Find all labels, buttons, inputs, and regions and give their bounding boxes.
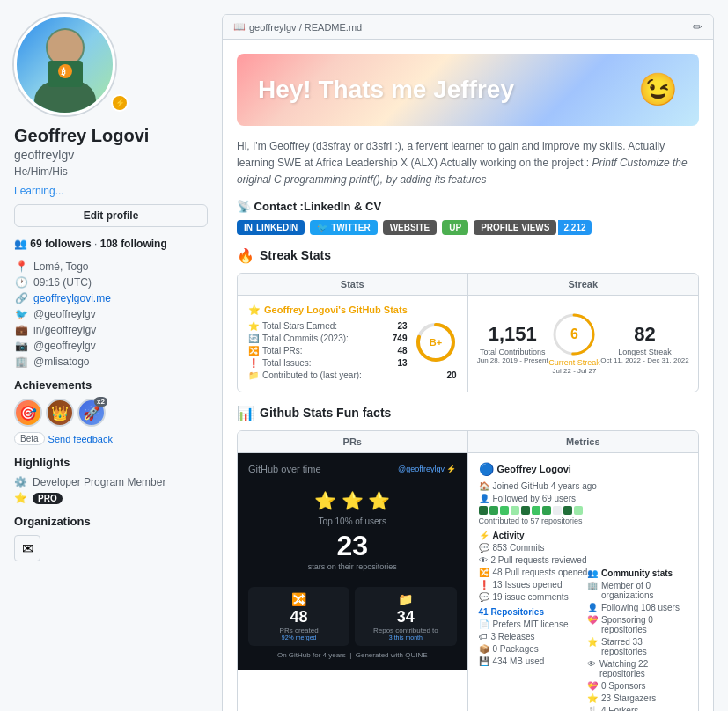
following-link[interactable]: 108 following xyxy=(100,238,167,250)
community-following: 👤 Following 108 users xyxy=(587,603,688,612)
activity-icon: ⚡ xyxy=(479,531,489,540)
breadcrumb: 📖 geoffreylgv / README.md xyxy=(233,21,362,33)
streak-right: 1,151 Total Contributions Jun 28, 2019 -… xyxy=(468,296,699,392)
streak-col-header: Streak xyxy=(468,274,699,295)
profile-details: 📍 Lomé, Togo 🕐 09:16 (UTC) 🔗 geoffreylgo… xyxy=(14,260,208,368)
contrib-sq-6 xyxy=(532,506,540,515)
highlights-title: Highlights xyxy=(14,456,208,469)
svg-text:₿: ₿ xyxy=(61,67,66,77)
achievements-row: 🎯 👑 🚀 x2 xyxy=(14,399,208,427)
stats-body: ⭐ Geoffrey Logovi's GitHub Stats B+ xyxy=(238,296,698,392)
stat-row-commits: 🔄 Total Commits (2023): 749 xyxy=(248,334,408,343)
profile-icon: 🔵 xyxy=(479,462,494,476)
feedback-link[interactable]: Send feedback xyxy=(48,434,113,444)
svg-text:B+: B+ xyxy=(429,337,441,348)
prs-icon: 🔀 xyxy=(248,346,259,356)
achievements-section: Achievements 🎯 👑 🚀 x2 Beta Send feedback xyxy=(14,378,208,445)
linkedin-item: 💼 in/geoffreylgv xyxy=(14,324,208,336)
pro-badge: PRO xyxy=(33,493,63,504)
beta-feedback-row: Beta Send feedback xyxy=(14,432,208,445)
contrib-sq-3 xyxy=(500,506,509,515)
stars-emoji: ⭐ ⭐ ⭐ xyxy=(248,490,457,511)
followers-icon: 👥 xyxy=(14,238,27,250)
stat-row-prs: 🔀 Total PRs: 48 xyxy=(248,346,408,356)
fun-facts-header: PRs Metrics xyxy=(238,431,698,453)
sidebar: ₿ ⚡ Geoffrey Logovi geoffreylgv He/Him/H… xyxy=(14,14,208,711)
community-orgs: 🏢 Member of 0 organizations xyxy=(587,581,688,600)
stats-header: Stats Streak xyxy=(238,274,698,296)
location-icon: 📍 xyxy=(14,260,28,273)
instagram-item: 📷 @geoffreylgv xyxy=(14,340,208,352)
linkedin-icon: 💼 xyxy=(14,324,28,336)
sponsors-count: 💝 0 Sponsors xyxy=(587,681,688,691)
contact-heading: 📡 Contact :LinkedIn & CV xyxy=(237,200,699,213)
commits-icon: 🔄 xyxy=(248,334,259,343)
dark-card: GitHub over time @geoffreylgv ⚡ ⭐ ⭐ ⭐ To… xyxy=(238,453,467,670)
profile-username: geoffreylgv xyxy=(14,148,208,162)
time-item: 🕐 09:16 (UTC) xyxy=(14,276,208,289)
stat-row-issues: ❗ Total Issues: 13 xyxy=(248,358,408,368)
org-avatar[interactable]: ✉ xyxy=(14,535,40,561)
main-inner: Hey! Thats me Jeffrey 😉 Hi, I'm Geoffrey… xyxy=(223,40,713,711)
fun-facts-right: 🔵 Geoffrey Logovi 🏠 Joined GitHub 4 year… xyxy=(468,453,699,711)
achievements-title: Achievements xyxy=(14,378,208,392)
main-content: 📖 geoffreylgv / README.md ✏ Hey! Thats m… xyxy=(222,14,714,711)
streak-icon: 🔥 xyxy=(237,247,254,264)
pro-item: ⭐ PRO xyxy=(14,492,208,504)
repos-contributed-box: 📁 34 Repos contributed to 3 this month xyxy=(355,587,456,646)
achievement-3: 🚀 x2 xyxy=(77,399,106,427)
repos-link[interactable]: 41 Repositories xyxy=(479,607,544,617)
stat-row-contributed: 📁 Contributed to (last year): 20 xyxy=(248,370,457,380)
activity-title: ⚡ Activity xyxy=(479,531,688,540)
total-contributions: 1,151 Total Contributions Jun 28, 2019 -… xyxy=(477,323,548,364)
website-badge[interactable]: WEBSITE xyxy=(383,220,438,235)
twitter-badge[interactable]: 🐦 TWITTER xyxy=(310,220,377,235)
fun-facts-left: GitHub over time @geoffreylgv ⚡ ⭐ ⭐ ⭐ To… xyxy=(238,453,468,711)
hey-banner: Hey! Thats me Jeffrey 😉 xyxy=(237,54,699,126)
prs-col-header: PRs xyxy=(238,431,468,452)
badge-count: x2 xyxy=(94,397,107,407)
banner-emoji: 😉 xyxy=(638,71,678,108)
bio-text: Hi, I'm Geoffrey (d3sfray or d3sfri :), … xyxy=(237,138,699,189)
rf-joined: 🏠 Joined GitHub 4 years ago xyxy=(479,481,688,491)
issues-icon: ❗ xyxy=(248,358,259,368)
avatar: ₿ xyxy=(14,14,115,115)
fun-facts-table: PRs Metrics GitHub over time @geoffreylg… xyxy=(237,430,699,711)
contrib-sq-1 xyxy=(479,506,488,515)
funfacts-heading: 📊 Github Stats Fun facts xyxy=(237,405,699,421)
star-icon-2: ⭐ xyxy=(248,304,261,316)
forkers-count: 🍴 4 Forkers xyxy=(587,706,688,711)
stargazers-count: ⭐ 23 Stargazers xyxy=(587,693,688,703)
edit-profile-button[interactable]: Edit profile xyxy=(14,204,208,227)
repos-icon: 📁 xyxy=(360,592,451,606)
learning-text: Learning... xyxy=(14,185,208,197)
contrib-sq-2 xyxy=(489,506,498,515)
rf-commits: 💬 853 Commits xyxy=(479,543,688,553)
developer-program-item: ⚙️ Developer Program Member xyxy=(14,476,208,488)
book-icon: 📖 xyxy=(233,21,246,33)
dark-card-header: GitHub over time @geoffreylgv ⚡ xyxy=(248,464,457,474)
website-link[interactable]: geoffreylgovi.me xyxy=(33,292,111,304)
followers-link[interactable]: 69 followers xyxy=(30,238,91,250)
community-col: 👥 Community stats 🏢 Member of 0 organiza… xyxy=(587,563,688,711)
contrib-sq-4 xyxy=(511,506,519,515)
funfacts-icon: 📊 xyxy=(237,405,254,421)
social-badges: in LINKEDIN 🐦 TWITTER WEBSITE UP PROFILE… xyxy=(237,220,699,235)
contrib-sq-5 xyxy=(521,506,530,515)
contrib-sq-7 xyxy=(542,506,551,515)
fun-facts-body: GitHub over time @geoffreylgv ⚡ ⭐ ⭐ ⭐ To… xyxy=(238,453,698,711)
rf-profile-title: 🔵 Geoffrey Logovi xyxy=(479,462,688,476)
linkedin-badge[interactable]: in LINKEDIN xyxy=(237,220,305,235)
profile-views-badge[interactable]: PROFILE VIEWS xyxy=(474,220,556,235)
up-badge[interactable]: UP xyxy=(442,220,468,235)
location-item: 📍 Lomé, Togo xyxy=(14,260,208,273)
contrib-icon: 📁 xyxy=(248,370,259,380)
edit-icon[interactable]: ✏ xyxy=(693,20,702,33)
star-icon: ⭐ xyxy=(14,492,27,504)
contrib-sq-9 xyxy=(563,506,572,515)
prs-created-box: 🔀 48 PRs created 92% merged xyxy=(248,587,349,646)
achievement-2: 👑 xyxy=(46,399,74,427)
community-starred: ⭐ Starred 33 repositories xyxy=(587,637,688,656)
twitter-icon: 🐦 xyxy=(14,308,28,320)
views-count-badge: 2,212 xyxy=(558,220,591,235)
